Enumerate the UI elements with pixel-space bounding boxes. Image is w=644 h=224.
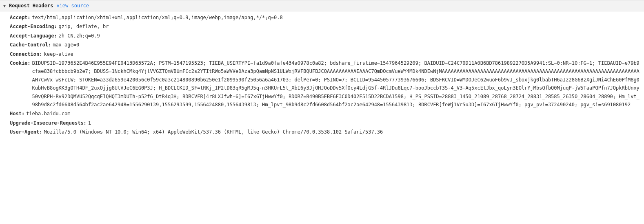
header-row: User-Agent:Mozilla/5.0 (Windows NT 10.0;…: [10, 127, 641, 136]
header-row: Host:tieba.baidu.com: [10, 109, 641, 118]
header-name: Upgrade-Insecure-Requests:: [10, 119, 87, 127]
header-row: Accept-Language:zh-CN,zh;q=0.9: [10, 31, 641, 40]
header-row: Accept-Encoding:gzip, deflate, br: [10, 22, 641, 31]
header-value: tieba.baidu.com: [26, 110, 641, 118]
header-value: 1: [88, 119, 641, 127]
header-row: Upgrade-Insecure-Requests:1: [10, 119, 641, 127]
header-name: Cookie:: [10, 59, 31, 67]
header-value: max-age=0: [53, 41, 641, 49]
header-value: zh-CN,zh;q=0.9: [59, 32, 641, 40]
header-name: Accept:: [10, 13, 31, 22]
view-source-link[interactable]: view source: [56, 3, 89, 9]
header-value: BIDUPSID=1973652E4B46E955E94FE0413D63572…: [32, 59, 641, 109]
toggle-arrow[interactable]: ▼: [3, 4, 6, 8]
header-value: Mozilla/5.0 (Windows NT 10.0; Win64; x64…: [44, 128, 641, 136]
header-value: gzip, deflate, br: [59, 22, 641, 31]
header-name: Connection:: [10, 50, 42, 58]
header-row: Cache-Control:max-age=0: [10, 40, 641, 49]
panel-header: ▼ Request Headers view source: [0, 0, 644, 11]
header-name: Cache-Control:: [10, 41, 51, 49]
header-name: Accept-Encoding:: [10, 22, 57, 31]
header-name: Accept-Language:: [10, 32, 57, 40]
header-row: Accept:text/html,application/xhtml+xml,a…: [10, 13, 641, 22]
request-headers-panel: ▼ Request Headers view source Accept:tex…: [0, 0, 644, 140]
header-row: Cookie:BIDUPSID=1973652E4B46E955E94FE041…: [10, 59, 641, 109]
panel-title: Request Headers: [9, 3, 53, 9]
headers-content: Accept:text/html,application/xhtml+xml,a…: [0, 11, 644, 140]
header-name: Host:: [10, 110, 24, 118]
header-row: Connection:keep-alive: [10, 50, 641, 59]
header-value: keep-alive: [44, 50, 641, 58]
header-value: text/html,application/xhtml+xml,applicat…: [32, 13, 641, 22]
header-name: User-Agent:: [10, 128, 42, 136]
